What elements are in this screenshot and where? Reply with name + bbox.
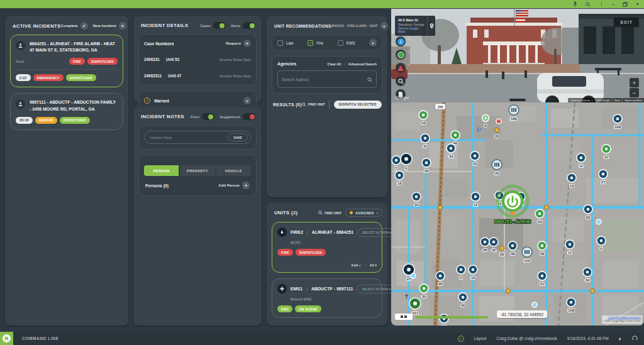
map-marker[interactable] [532, 302, 537, 307]
streetview-drag-handle[interactable] [509, 99, 526, 101]
svg-text:108: 108 [614, 125, 621, 129]
info-tool-button[interactable]: i 0 [396, 36, 406, 47]
microphone-icon[interactable] [573, 1, 577, 7]
map-attribution: © OpenStreetMap contributors. © 2024 Goo… [602, 315, 642, 324]
exit-streetview-button[interactable]: EXIT [614, 18, 639, 27]
search-tool-button[interactable] [396, 76, 406, 86]
fire-checkbox[interactable]: ✓ Fire [308, 40, 323, 46]
street-view-viewport[interactable]: 46 E Main St Statesboro, Georgia View on… [391, 9, 644, 102]
unit-agency: Bulloch EMS [291, 297, 377, 301]
advanced-search-link[interactable]: Advanced Search [348, 62, 377, 66]
timer-badge: 36:16 [16, 117, 33, 124]
status-badge: DISPATCHED [66, 74, 96, 81]
map-marker[interactable] [591, 289, 595, 293]
all-units-link[interactable]: All ▾ [369, 263, 377, 267]
alerts-toggle[interactable]: Alerts [231, 22, 255, 29]
copyright-label: © 2024 Google [592, 98, 611, 102]
select-action-dropdown[interactable]: SELECT ACTION ▾ [357, 228, 396, 237]
law-checkbox[interactable]: Law [277, 40, 294, 46]
chevron-down-icon[interactable]: ▾ [243, 97, 251, 104]
incident-selector[interactable]: 8664251 - FIRE ALARM - HEAT [331, 24, 378, 28]
complete-button[interactable]: Complete ✓ [60, 22, 87, 30]
svg-text:31: 31 [604, 155, 609, 159]
unit-type-filter-card: Law ✓ Fire EMS ▾ [272, 35, 382, 51]
terms-link[interactable]: Terms [611, 98, 622, 102]
gps-tool-button[interactable]: 0 [396, 50, 406, 60]
save-note-button[interactable]: SAVE [228, 133, 248, 141]
unit-card-fire2[interactable]: FIRE2 | ALRHEAT - 8664251 SELECT ACTION … [272, 222, 382, 273]
checkbox-checked: ✓ [308, 40, 313, 46]
chevron-down-icon[interactable]: ▾ [369, 39, 377, 47]
agency-search-input[interactable] [282, 77, 367, 82]
map-marker[interactable]: 108 [567, 298, 575, 312]
note-input-card: SAVE [138, 125, 257, 150]
close-icon[interactable]: × [636, 2, 639, 7]
incident-note-input[interactable] [150, 136, 224, 140]
command-line-label[interactable]: COMMAND LINE [22, 336, 58, 341]
dispatch-selected-button[interactable]: DISPATCH SELECTED [334, 101, 382, 109]
clear-all-link[interactable]: Clear All [328, 62, 341, 66]
select-action-dropdown[interactable]: SELECT ACTION ▾ [357, 285, 396, 293]
incident-details-panel: INCIDENT DETAILS Cases Alerts Case Numbe… [133, 16, 262, 102]
unit-recommendations-title: UNIT RECOMMENDATIONS [274, 24, 331, 28]
map-marker[interactable] [411, 273, 416, 278]
ems-unit-icon [277, 284, 287, 293]
request-case-button[interactable]: Request + [226, 40, 251, 47]
clock-timestamp: 9/16/2024, 4:41:48 PM [567, 336, 609, 341]
add-unit-link[interactable]: Add + [351, 263, 361, 267]
search-icon[interactable] [586, 2, 591, 7]
incident-card-selected[interactable]: 8664251 - ALRHEAT - FIRE ALARM - HEAT 47… [10, 35, 123, 87]
check-icon: ✓ [80, 22, 88, 30]
map-marker[interactable] [506, 289, 511, 293]
assigned-filter-dropdown[interactable]: ASSIGNED ▾ [345, 209, 382, 217]
streetview-info-card: 46 E Main St Statesboro, Georgia View on… [395, 16, 435, 36]
svg-text:✝: ✝ [404, 293, 409, 300]
map-marker[interactable] [438, 205, 443, 210]
new-incident-button[interactable]: New Incident + [93, 22, 126, 30]
tab-person[interactable]: PERSON [144, 165, 179, 176]
map-marker[interactable] [545, 205, 549, 210]
incident-unit: Fire2 [16, 60, 25, 63]
svg-text:33: 33 [414, 203, 419, 207]
map-base: P 299 ✝ 43379281804034232074291833 [391, 102, 644, 326]
find-unit-button[interactable]: FIND UNIT [302, 102, 325, 107]
restore-icon[interactable] [623, 2, 628, 7]
keyboard-shortcuts-link[interactable]: Keyboard shortcuts [568, 98, 592, 102]
toggle-on [213, 22, 226, 29]
suggestions-toggle[interactable]: Suggestions [219, 113, 255, 120]
agencies-card: Agencies Clear All | Advanced Search [272, 56, 382, 94]
contrast-toggle-icon[interactable]: ◐ [619, 336, 622, 342]
map-marker[interactable] [596, 219, 601, 224]
form-toggle[interactable]: Form [191, 113, 214, 120]
unit-type-badge: FIRE [69, 58, 85, 65]
hazard-tool-button[interactable]: 0 [396, 63, 406, 73]
find-unit-button[interactable]: FIND UNIT [318, 211, 341, 215]
incident-notes-panel: INCIDENT NOTES Form Suggestions SAVE PER… [133, 107, 262, 326]
chevron-down-icon[interactable]: ▾ [380, 22, 388, 30]
map-marker[interactable] [496, 119, 501, 124]
search-icon[interactable] [367, 74, 372, 85]
view-on-google-maps-link[interactable]: View on Google Maps [398, 27, 425, 33]
svg-text:102: 102 [441, 325, 448, 326]
add-person-button[interactable]: Add Person + [218, 182, 250, 189]
zoom-out-button[interactable]: − [630, 88, 639, 97]
persons-count: Persons (0) [145, 183, 169, 188]
person-icon [16, 99, 25, 109]
tab-property[interactable]: PROPERTY [180, 165, 214, 176]
headset-icon[interactable] [632, 336, 638, 341]
unit-card-ems1[interactable]: EMS1 | ABDUCTF - 9897111 SELECT ACTION ▾… [272, 278, 382, 318]
zoom-in-button[interactable]: + [630, 78, 639, 87]
minimize-icon[interactable]: – [612, 2, 614, 7]
svg-text:108: 108 [568, 309, 575, 312]
report-problem-link[interactable]: Report a problem [622, 98, 644, 102]
kebab-menu-icon[interactable]: ⋮ [599, 2, 604, 7]
status-badge: DISPATCHED [60, 117, 90, 124]
map-marker[interactable]: 108 [613, 114, 622, 129]
incident-notes-title: INCIDENT NOTES [141, 114, 184, 119]
ems-checkbox[interactable]: EMS [338, 40, 355, 46]
incident-card[interactable]: 9897111 - ABDUCTF - ABDUCTION FAMILY - 3… [10, 93, 123, 129]
cases-toggle[interactable]: Cases [200, 22, 226, 29]
map-canvas[interactable]: P 299 ✝ 43379281804034232074291833 [391, 102, 644, 326]
layout-button[interactable]: Layout [474, 336, 487, 341]
tab-vehicle[interactable]: VEHICLE [216, 165, 251, 176]
